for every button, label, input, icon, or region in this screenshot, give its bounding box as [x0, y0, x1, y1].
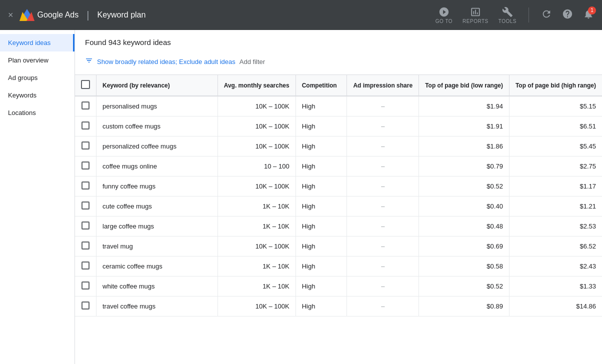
table-header-row: Keyword (by relevance) Avg. monthly sear…	[75, 75, 602, 96]
row-checkbox-cell	[75, 176, 96, 196]
cell-bid-high: $14.86	[509, 296, 602, 316]
reports-icon	[470, 6, 481, 18]
table-row: travel coffee mugs 10K – 100K High – $0.…	[75, 296, 602, 316]
row-checkbox[interactable]	[82, 102, 90, 110]
row-checkbox[interactable]	[82, 262, 90, 270]
header-checkbox-cell	[75, 75, 96, 96]
select-all-checkbox[interactable]	[81, 80, 90, 89]
cell-keyword: travel mug	[96, 236, 218, 256]
cell-avg-monthly: 1K – 10K	[218, 196, 296, 216]
tools-button[interactable]: TOOLS	[498, 6, 516, 24]
close-button[interactable]: ×	[8, 10, 14, 20]
cell-competition: High	[296, 116, 347, 136]
col-header-bid-low[interactable]: Top of page bid (low range)	[419, 75, 510, 96]
sidebar-item-plan-overview[interactable]: Plan overview	[0, 52, 74, 69]
add-filter-button[interactable]: Add filter	[240, 58, 265, 66]
cell-competition: High	[296, 276, 347, 296]
cell-ad-impression: –	[347, 136, 419, 156]
app-logo: Google Ads	[20, 9, 79, 21]
cell-keyword: coffee mugs online	[96, 156, 218, 176]
cell-keyword: personalized coffee mugs	[96, 136, 218, 156]
col-header-bid-high[interactable]: Top of page bid (high range)	[509, 75, 602, 96]
keyword-table-container[interactable]: Keyword (by relevance) Avg. monthly sear…	[75, 75, 602, 364]
cell-keyword: travel coffee mugs	[96, 296, 218, 316]
cell-avg-monthly: 10K – 100K	[218, 116, 296, 136]
filter-icon	[85, 56, 93, 66]
cell-bid-high: $6.51	[509, 116, 602, 136]
filter-bar: Show broadly related ideas; Exclude adul…	[85, 52, 592, 70]
cell-avg-monthly: 1K – 10K	[218, 276, 296, 296]
cell-bid-low: $1.86	[419, 136, 510, 156]
cell-bid-low: $0.52	[419, 276, 510, 296]
goto-button[interactable]: GO TO	[436, 6, 452, 24]
filter-link[interactable]: Show broadly related ideas; Exclude adul…	[97, 58, 236, 66]
sidebar-item-keywords[interactable]: Keywords	[0, 86, 74, 104]
cell-avg-monthly: 10K – 100K	[218, 236, 296, 256]
row-checkbox[interactable]	[82, 122, 90, 130]
page-title-header: Keyword plan	[97, 10, 146, 20]
cell-competition: High	[296, 216, 347, 236]
cell-bid-low: $0.79	[419, 156, 510, 176]
found-count-text: Found 943 keyword ideas	[85, 38, 592, 46]
sidebar-item-locations[interactable]: Locations	[0, 104, 74, 122]
cell-bid-low: $0.89	[419, 296, 510, 316]
app-header: × Google Ads | Keyword plan GO TO REPORT…	[0, 0, 602, 30]
cell-ad-impression: –	[347, 176, 419, 196]
help-button[interactable]	[562, 8, 573, 22]
cell-competition: High	[296, 256, 347, 276]
table-row: custom coffee mugs 10K – 100K High – $1.…	[75, 116, 602, 136]
cell-ad-impression: –	[347, 116, 419, 136]
row-checkbox[interactable]	[82, 282, 90, 290]
main-content: Found 943 keyword ideas Show broadly rel…	[75, 30, 602, 364]
table-row: coffee mugs online 10 – 100 High – $0.79…	[75, 156, 602, 176]
col-header-keyword[interactable]: Keyword (by relevance)	[96, 75, 218, 96]
cell-bid-low: $0.58	[419, 256, 510, 276]
cell-avg-monthly: 10K – 100K	[218, 296, 296, 316]
table-row: ceramic coffee mugs 1K – 10K High – $0.5…	[75, 256, 602, 276]
cell-bid-low: $0.69	[419, 236, 510, 256]
tools-icon	[502, 6, 513, 18]
table-row: personalized coffee mugs 10K – 100K High…	[75, 136, 602, 156]
row-checkbox[interactable]	[82, 222, 90, 230]
col-header-competition[interactable]: Competition	[296, 75, 347, 96]
cell-avg-monthly: 1K – 10K	[218, 256, 296, 276]
col-header-ad-impression[interactable]: Ad impression share	[347, 75, 419, 96]
cell-bid-low: $0.52	[419, 176, 510, 196]
cell-bid-high: $2.43	[509, 256, 602, 276]
sidebar: Keyword ideas Plan overview Ad groups Ke…	[0, 30, 75, 364]
refresh-icon	[541, 8, 552, 20]
cell-ad-impression: –	[347, 196, 419, 216]
notification-button[interactable]: 1	[583, 8, 594, 22]
cell-bid-high: $1.17	[509, 176, 602, 196]
cell-keyword: white coffee mugs	[96, 276, 218, 296]
sidebar-item-keyword-ideas[interactable]: Keyword ideas	[0, 34, 74, 52]
cell-bid-high: $5.45	[509, 136, 602, 156]
reports-button[interactable]: REPORTS	[462, 6, 488, 24]
cell-ad-impression: –	[347, 256, 419, 276]
row-checkbox-cell	[75, 116, 96, 136]
cell-bid-low: $1.91	[419, 116, 510, 136]
cell-bid-high: $1.33	[509, 276, 602, 296]
cell-avg-monthly: 10K – 100K	[218, 136, 296, 156]
app-name-label: Google Ads	[38, 10, 79, 20]
row-checkbox[interactable]	[82, 302, 90, 310]
table-row: large coffee mugs 1K – 10K High – $0.48 …	[75, 216, 602, 236]
table-row: cute coffee mugs 1K – 10K High – $0.40 $…	[75, 196, 602, 216]
header-actions: GO TO REPORTS TOOLS 1	[436, 6, 594, 24]
header-divider: |	[86, 10, 89, 21]
cell-competition: High	[296, 296, 347, 316]
col-header-avg-monthly[interactable]: Avg. monthly searches	[218, 75, 296, 96]
cell-bid-high: $6.52	[509, 236, 602, 256]
row-checkbox[interactable]	[82, 182, 90, 190]
row-checkbox-cell	[75, 256, 96, 276]
sidebar-item-ad-groups[interactable]: Ad groups	[0, 69, 74, 86]
cell-avg-monthly: 1K – 10K	[218, 216, 296, 236]
row-checkbox[interactable]	[82, 202, 90, 210]
row-checkbox-cell	[75, 156, 96, 176]
refresh-button[interactable]	[541, 8, 552, 22]
row-checkbox[interactable]	[82, 142, 90, 150]
row-checkbox-cell	[75, 296, 96, 316]
cell-ad-impression: –	[347, 296, 419, 316]
row-checkbox[interactable]	[82, 162, 90, 170]
row-checkbox[interactable]	[82, 242, 90, 250]
